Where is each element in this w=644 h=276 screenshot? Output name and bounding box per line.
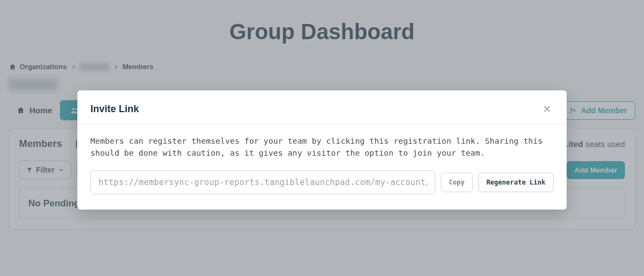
- copy-button[interactable]: Copy: [441, 173, 473, 192]
- regenerate-link-button[interactable]: Regenerate Link: [478, 173, 554, 192]
- close-button[interactable]: [540, 102, 554, 115]
- invite-link-input[interactable]: [90, 170, 435, 194]
- modal-description: Members can register themselves for your…: [90, 136, 554, 160]
- close-icon: [542, 104, 552, 114]
- invite-link-modal: Invite Link Members can register themsel…: [77, 90, 567, 210]
- modal-title: Invite Link: [90, 103, 139, 115]
- modal-overlay[interactable]: Invite Link Members can register themsel…: [0, 0, 644, 276]
